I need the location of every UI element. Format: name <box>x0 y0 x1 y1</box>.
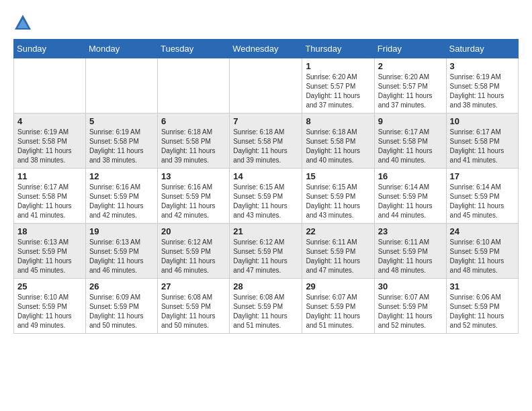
day-info: Sunrise: 6:10 AM Sunset: 5:59 PM Dayligh… <box>17 293 82 330</box>
day-number: 5 <box>89 116 154 126</box>
calendar-cell: 6Sunrise: 6:18 AM Sunset: 5:58 PM Daylig… <box>157 113 229 169</box>
day-info: Sunrise: 6:15 AM Sunset: 5:59 PM Dayligh… <box>233 183 298 220</box>
day-number: 12 <box>89 171 154 181</box>
day-number: 7 <box>233 116 298 126</box>
day-info: Sunrise: 6:14 AM Sunset: 5:59 PM Dayligh… <box>450 183 515 220</box>
day-number: 31 <box>450 281 515 291</box>
logo <box>13 13 35 32</box>
calendar-cell: 4Sunrise: 6:19 AM Sunset: 5:58 PM Daylig… <box>14 113 86 169</box>
day-info: Sunrise: 6:08 AM Sunset: 5:59 PM Dayligh… <box>161 293 226 330</box>
day-info: Sunrise: 6:07 AM Sunset: 5:59 PM Dayligh… <box>378 293 443 330</box>
calendar-cell <box>230 58 302 113</box>
calendar-cell: 27Sunrise: 6:08 AM Sunset: 5:59 PM Dayli… <box>157 279 229 334</box>
day-info: Sunrise: 6:20 AM Sunset: 5:57 PM Dayligh… <box>306 73 370 110</box>
calendar-cell: 23Sunrise: 6:11 AM Sunset: 5:59 PM Dayli… <box>374 224 446 279</box>
day-info: Sunrise: 6:18 AM Sunset: 5:58 PM Dayligh… <box>306 128 370 165</box>
day-info: Sunrise: 6:18 AM Sunset: 5:58 PM Dayligh… <box>233 128 298 165</box>
day-number: 11 <box>17 171 82 181</box>
day-number: 20 <box>161 226 226 236</box>
day-info: Sunrise: 6:06 AM Sunset: 5:59 PM Dayligh… <box>450 293 515 330</box>
day-number: 26 <box>89 281 154 291</box>
calendar-cell: 28Sunrise: 6:08 AM Sunset: 5:59 PM Dayli… <box>230 279 302 334</box>
calendar-cell: 1Sunrise: 6:20 AM Sunset: 5:57 PM Daylig… <box>302 58 374 113</box>
calendar-cell: 26Sunrise: 6:09 AM Sunset: 5:59 PM Dayli… <box>85 279 157 334</box>
day-number: 27 <box>161 281 226 291</box>
week-row-4: 18Sunrise: 6:13 AM Sunset: 5:59 PM Dayli… <box>14 224 519 279</box>
day-info: Sunrise: 6:07 AM Sunset: 5:59 PM Dayligh… <box>306 293 370 330</box>
day-number: 3 <box>450 61 515 71</box>
week-row-2: 4Sunrise: 6:19 AM Sunset: 5:58 PM Daylig… <box>14 113 519 169</box>
weekday-header-sunday: Sunday <box>14 40 86 58</box>
day-info: Sunrise: 6:08 AM Sunset: 5:59 PM Dayligh… <box>233 293 298 330</box>
day-number: 22 <box>306 226 370 236</box>
calendar-cell: 22Sunrise: 6:11 AM Sunset: 5:59 PM Dayli… <box>302 224 374 279</box>
day-number: 16 <box>378 171 443 181</box>
day-info: Sunrise: 6:19 AM Sunset: 5:58 PM Dayligh… <box>450 73 515 110</box>
calendar-cell: 3Sunrise: 6:19 AM Sunset: 5:58 PM Daylig… <box>446 58 518 113</box>
calendar-cell: 16Sunrise: 6:14 AM Sunset: 5:59 PM Dayli… <box>374 169 446 224</box>
week-row-3: 11Sunrise: 6:17 AM Sunset: 5:58 PM Dayli… <box>14 169 519 224</box>
day-info: Sunrise: 6:19 AM Sunset: 5:58 PM Dayligh… <box>89 128 154 165</box>
calendar-cell: 25Sunrise: 6:10 AM Sunset: 5:59 PM Dayli… <box>14 279 86 334</box>
day-number: 19 <box>89 226 154 236</box>
calendar-cell: 15Sunrise: 6:15 AM Sunset: 5:59 PM Dayli… <box>302 169 374 224</box>
weekday-header-monday: Monday <box>85 40 157 58</box>
weekday-header-wednesday: Wednesday <box>230 40 302 58</box>
calendar-cell: 31Sunrise: 6:06 AM Sunset: 5:59 PM Dayli… <box>446 279 518 334</box>
calendar-cell: 8Sunrise: 6:18 AM Sunset: 5:58 PM Daylig… <box>302 113 374 169</box>
calendar: SundayMondayTuesdayWednesdayThursdayFrid… <box>13 39 519 334</box>
day-info: Sunrise: 6:11 AM Sunset: 5:59 PM Dayligh… <box>306 238 370 275</box>
day-info: Sunrise: 6:17 AM Sunset: 5:58 PM Dayligh… <box>378 128 443 165</box>
weekday-header-saturday: Saturday <box>446 40 518 58</box>
day-number: 21 <box>233 226 298 236</box>
day-number: 2 <box>378 61 443 71</box>
day-number: 25 <box>17 281 82 291</box>
day-number: 28 <box>233 281 298 291</box>
day-number: 6 <box>161 116 226 126</box>
calendar-cell: 7Sunrise: 6:18 AM Sunset: 5:58 PM Daylig… <box>230 113 302 169</box>
calendar-cell: 13Sunrise: 6:16 AM Sunset: 5:59 PM Dayli… <box>157 169 229 224</box>
day-number: 14 <box>233 171 298 181</box>
day-number: 13 <box>161 171 226 181</box>
day-info: Sunrise: 6:20 AM Sunset: 5:57 PM Dayligh… <box>378 73 443 110</box>
calendar-cell: 5Sunrise: 6:19 AM Sunset: 5:58 PM Daylig… <box>85 113 157 169</box>
day-number: 1 <box>306 61 370 71</box>
calendar-cell: 18Sunrise: 6:13 AM Sunset: 5:59 PM Dayli… <box>14 224 86 279</box>
day-info: Sunrise: 6:12 AM Sunset: 5:59 PM Dayligh… <box>233 238 298 275</box>
calendar-cell: 29Sunrise: 6:07 AM Sunset: 5:59 PM Dayli… <box>302 279 374 334</box>
day-info: Sunrise: 6:16 AM Sunset: 5:59 PM Dayligh… <box>161 183 226 220</box>
day-info: Sunrise: 6:16 AM Sunset: 5:59 PM Dayligh… <box>89 183 154 220</box>
calendar-cell: 10Sunrise: 6:17 AM Sunset: 5:58 PM Dayli… <box>446 113 518 169</box>
day-number: 10 <box>450 116 515 126</box>
day-info: Sunrise: 6:09 AM Sunset: 5:59 PM Dayligh… <box>89 293 154 330</box>
day-number: 24 <box>450 226 515 236</box>
calendar-cell: 14Sunrise: 6:15 AM Sunset: 5:59 PM Dayli… <box>230 169 302 224</box>
day-info: Sunrise: 6:12 AM Sunset: 5:59 PM Dayligh… <box>161 238 226 275</box>
day-number: 30 <box>378 281 443 291</box>
calendar-cell: 12Sunrise: 6:16 AM Sunset: 5:59 PM Dayli… <box>85 169 157 224</box>
day-info: Sunrise: 6:15 AM Sunset: 5:59 PM Dayligh… <box>306 183 370 220</box>
calendar-cell: 9Sunrise: 6:17 AM Sunset: 5:58 PM Daylig… <box>374 113 446 169</box>
day-number: 23 <box>378 226 443 236</box>
calendar-cell: 17Sunrise: 6:14 AM Sunset: 5:59 PM Dayli… <box>446 169 518 224</box>
calendar-cell <box>157 58 229 113</box>
day-number: 15 <box>306 171 370 181</box>
weekday-header-tuesday: Tuesday <box>157 40 229 58</box>
day-number: 17 <box>450 171 515 181</box>
day-info: Sunrise: 6:13 AM Sunset: 5:59 PM Dayligh… <box>89 238 154 275</box>
week-row-5: 25Sunrise: 6:10 AM Sunset: 5:59 PM Dayli… <box>14 279 519 334</box>
day-number: 18 <box>17 226 82 236</box>
calendar-cell: 30Sunrise: 6:07 AM Sunset: 5:59 PM Dayli… <box>374 279 446 334</box>
day-number: 8 <box>306 116 370 126</box>
page-header <box>13 13 519 32</box>
day-info: Sunrise: 6:19 AM Sunset: 5:58 PM Dayligh… <box>17 128 82 165</box>
logo-icon <box>13 13 32 32</box>
week-row-1: 1Sunrise: 6:20 AM Sunset: 5:57 PM Daylig… <box>14 58 519 113</box>
calendar-cell: 2Sunrise: 6:20 AM Sunset: 5:57 PM Daylig… <box>374 58 446 113</box>
day-info: Sunrise: 6:18 AM Sunset: 5:58 PM Dayligh… <box>161 128 226 165</box>
day-info: Sunrise: 6:13 AM Sunset: 5:59 PM Dayligh… <box>17 238 82 275</box>
weekday-header-thursday: Thursday <box>302 40 374 58</box>
day-info: Sunrise: 6:17 AM Sunset: 5:58 PM Dayligh… <box>450 128 515 165</box>
calendar-cell <box>85 58 157 113</box>
day-number: 9 <box>378 116 443 126</box>
